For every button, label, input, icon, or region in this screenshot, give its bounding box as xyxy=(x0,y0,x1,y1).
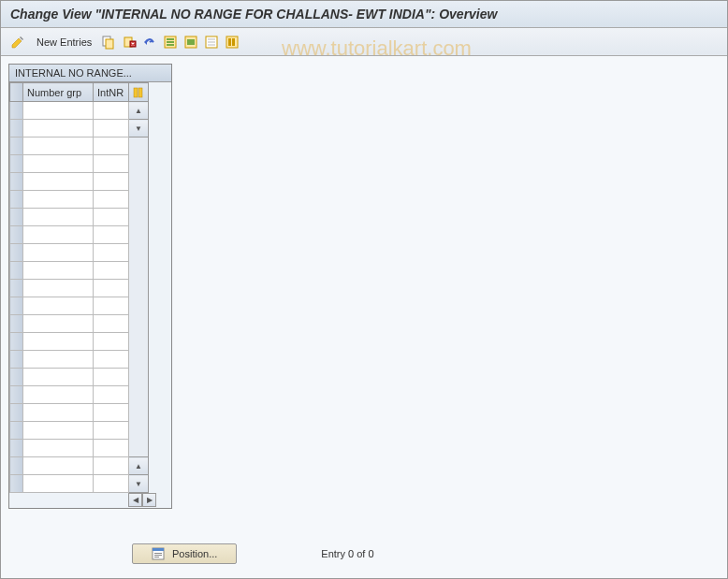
column-config-button[interactable] xyxy=(129,83,149,102)
scroll-down-button[interactable]: ▼ xyxy=(129,480,148,488)
cell-numbergrp[interactable] xyxy=(23,191,94,209)
column-header-numbergrp[interactable]: Number grp xyxy=(23,83,94,102)
row-selector[interactable] xyxy=(10,209,23,226)
cell-numbergrp[interactable] xyxy=(23,226,94,244)
row-selector[interactable] xyxy=(10,120,23,138)
row-selector[interactable] xyxy=(10,226,23,244)
position-button[interactable]: Position... xyxy=(132,543,237,564)
scroll-up-button[interactable]: ▲ xyxy=(129,107,148,115)
scroll-up-button-bottom[interactable]: ▲ xyxy=(129,462,148,470)
undo-icon[interactable] xyxy=(140,33,159,51)
cell-intnr[interactable] xyxy=(94,440,129,457)
cell-numbergrp[interactable] xyxy=(23,475,94,493)
row-selector[interactable] xyxy=(10,297,23,315)
cell-intnr[interactable] xyxy=(94,262,129,280)
row-selector[interactable] xyxy=(10,351,23,369)
cell-numbergrp[interactable] xyxy=(23,173,94,191)
cell-intnr[interactable] xyxy=(94,351,129,369)
cell-intnr[interactable] xyxy=(94,102,129,120)
cell-intnr[interactable] xyxy=(94,369,129,386)
cell-numbergrp[interactable] xyxy=(23,138,94,155)
svg-rect-15 xyxy=(228,38,231,46)
cell-intnr[interactable] xyxy=(94,404,129,422)
cell-intnr[interactable] xyxy=(94,173,129,191)
cell-numbergrp[interactable] xyxy=(23,244,94,262)
table-row: ▲ xyxy=(10,102,149,120)
row-selector[interactable] xyxy=(10,173,23,191)
cell-intnr[interactable] xyxy=(94,457,129,475)
cell-intnr[interactable] xyxy=(94,138,129,155)
cell-numbergrp[interactable] xyxy=(23,120,94,138)
row-selector[interactable] xyxy=(10,280,23,297)
toolbar: New Entries xyxy=(1,28,727,56)
change-icon[interactable] xyxy=(8,33,27,51)
table-row xyxy=(10,404,149,422)
row-selector[interactable] xyxy=(10,369,23,386)
svg-rect-6 xyxy=(167,41,174,43)
cell-numbergrp[interactable] xyxy=(23,351,94,369)
cell-numbergrp[interactable] xyxy=(23,333,94,351)
svg-rect-16 xyxy=(232,38,235,46)
cell-intnr[interactable] xyxy=(94,280,129,297)
cell-numbergrp[interactable] xyxy=(23,297,94,315)
row-selector[interactable] xyxy=(10,475,23,493)
cell-scroll xyxy=(129,191,149,209)
cell-numbergrp[interactable] xyxy=(23,457,94,475)
cell-numbergrp[interactable] xyxy=(23,369,94,386)
cell-scroll: ▼ xyxy=(129,475,149,493)
cell-intnr[interactable] xyxy=(94,226,129,244)
delete-icon[interactable] xyxy=(120,33,138,51)
table-row xyxy=(10,369,149,386)
cell-intnr[interactable] xyxy=(94,155,129,173)
row-selector[interactable] xyxy=(10,262,23,280)
row-selector[interactable] xyxy=(10,191,23,209)
scroll-right-button[interactable]: ▶ xyxy=(142,493,156,507)
cell-numbergrp[interactable] xyxy=(23,440,94,457)
cell-intnr[interactable] xyxy=(94,422,129,440)
scroll-left-button[interactable]: ◀ xyxy=(128,493,142,507)
cell-scroll xyxy=(129,262,149,280)
cell-numbergrp[interactable] xyxy=(23,262,94,280)
cell-numbergrp[interactable] xyxy=(23,404,94,422)
configure-icon[interactable] xyxy=(223,33,241,51)
row-selector[interactable] xyxy=(10,422,23,440)
row-selector[interactable] xyxy=(10,404,23,422)
cell-numbergrp[interactable] xyxy=(23,315,94,333)
cell-scroll: ▼ xyxy=(129,120,149,138)
select-all-icon[interactable] xyxy=(161,33,180,51)
cell-intnr[interactable] xyxy=(94,191,129,209)
cell-numbergrp[interactable] xyxy=(23,280,94,297)
row-selector[interactable] xyxy=(10,440,23,457)
cell-scroll xyxy=(129,422,149,440)
row-selector[interactable] xyxy=(10,244,23,262)
cell-intnr[interactable] xyxy=(94,386,129,404)
cell-intnr[interactable] xyxy=(94,475,129,493)
deselect-all-icon[interactable] xyxy=(202,33,221,51)
row-selector[interactable] xyxy=(10,333,23,351)
cell-intnr[interactable] xyxy=(94,244,129,262)
select-block-icon[interactable] xyxy=(182,33,200,51)
cell-numbergrp[interactable] xyxy=(23,155,94,173)
cell-numbergrp[interactable] xyxy=(23,422,94,440)
scroll-down-button-top[interactable]: ▼ xyxy=(129,124,148,133)
cell-intnr[interactable] xyxy=(94,333,129,351)
column-header-intnr[interactable]: IntNR xyxy=(94,83,129,102)
new-entries-button[interactable]: New Entries xyxy=(36,36,92,48)
row-selector[interactable] xyxy=(10,155,23,173)
cell-intnr[interactable] xyxy=(94,297,129,315)
cell-numbergrp[interactable] xyxy=(23,102,94,120)
row-selector[interactable] xyxy=(10,102,23,120)
row-selector[interactable] xyxy=(10,138,23,155)
row-selector[interactable] xyxy=(10,386,23,404)
row-selector-header[interactable] xyxy=(10,83,23,102)
cell-intnr[interactable] xyxy=(94,209,129,226)
cell-numbergrp[interactable] xyxy=(23,386,94,404)
cell-numbergrp[interactable] xyxy=(23,209,94,226)
copy-icon[interactable] xyxy=(99,33,118,51)
cell-intnr[interactable] xyxy=(94,315,129,333)
cell-intnr[interactable] xyxy=(94,120,129,138)
row-selector[interactable] xyxy=(10,457,23,475)
row-selector[interactable] xyxy=(10,315,23,333)
svg-rect-13 xyxy=(208,44,215,46)
table-row xyxy=(10,280,149,297)
